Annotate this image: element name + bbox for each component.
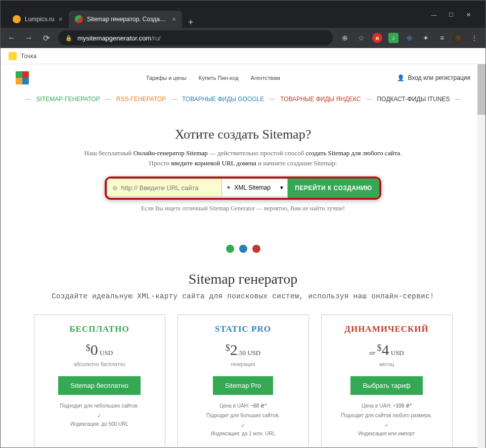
tab-bar: Lumpics.ru × Sitemap генератор. Создайте… [1, 8, 485, 28]
menu-icon[interactable]: ⋮ [469, 33, 479, 43]
plan-price: $2.50 USD [185, 341, 301, 359]
subnav-rss[interactable]: RSS-ГЕНЕРАТОР [116, 96, 166, 103]
subnav-sitemap[interactable]: SITEMAP-ГЕНЕРАТОР [36, 96, 100, 103]
plan-desc: Подходит для небольших сайтов. [41, 403, 158, 409]
plan-name: БЕСПЛАТНО [41, 324, 158, 334]
sub-nav: — SITEMAP-ГЕНЕРАТОР — RSS-ГЕНЕРАТОР — ТО… [1, 92, 485, 107]
tab-title: Lumpics.ru [25, 16, 55, 23]
close-tab-icon[interactable]: × [59, 15, 63, 23]
site-url-input[interactable]: ⊕ http:// Введите URL сайта [107, 178, 222, 197]
go-button[interactable]: ПЕРЕЙТИ К СОЗДАНИЮ [288, 178, 379, 198]
generator-subtitle: Создайте идеальную XML-карту сайта для п… [1, 292, 485, 300]
plan-note: генерация [185, 362, 301, 367]
carousel-dots [1, 245, 485, 253]
site-header: Тарифы и цены Купить Пин-код Агентствам … [1, 64, 485, 92]
plan-uah: Цена в UAH: ~68 ₴* [185, 403, 301, 409]
forward-button[interactable]: → [24, 33, 34, 42]
new-tab-button[interactable]: + [182, 17, 200, 28]
minimize-button[interactable]: ― [430, 11, 437, 18]
user-icon: 👤 [397, 74, 405, 81]
url-input-group: ⊕ http:// Введите URL сайта ✦ XML Sitema… [105, 176, 381, 200]
url-path: /ru/ [151, 34, 161, 42]
globe-icon: ⊕ [112, 184, 118, 192]
favicon-icon [13, 15, 21, 23]
plan-dynamic: ДИНАМИЧЕСКИЙ от $4 USD месяц Выбрать тар… [321, 315, 453, 448]
url-input[interactable]: 🔒 mysitemapgenerator.com/ru/ [58, 30, 333, 46]
plan-uah: Цена в UAH: ~109 ₴* [329, 403, 445, 409]
tab-lumpics[interactable]: Lumpics.ru × [7, 11, 69, 28]
check-icon: ✓ [329, 422, 445, 429]
extensions-icon[interactable]: ✦ [421, 33, 431, 43]
hero-subtitle-2: Просто введите корневой URL домена и нач… [11, 159, 475, 167]
back-button[interactable]: ← [7, 33, 17, 42]
plan-price: $0 USD [41, 341, 158, 359]
plan-price: от $4 USD [329, 341, 445, 359]
plan-name: STATIC PRO [185, 324, 301, 334]
chevron-down-icon: ▾ [280, 184, 283, 191]
plan-name: ДИНАМИЧЕСКИЙ [329, 324, 445, 334]
login-label: Вход или регистрация [408, 74, 470, 81]
star-icon[interactable]: ☆ [356, 33, 366, 43]
plan-desc: Подходит для сайтов любого размера. [329, 413, 445, 418]
hero-section: Хотите создать Sitemap? Наш бесплатный О… [1, 107, 485, 222]
close-window-button[interactable]: ✕ [465, 11, 472, 18]
address-bar: ← → ⟳ 🔒 mysitemapgenerator.com/ru/ ⊕ ☆ я… [1, 28, 485, 48]
check-icon: ✓ [185, 422, 301, 429]
dot-2[interactable] [239, 245, 247, 253]
login-link[interactable]: 👤 Вход или регистрация [397, 74, 470, 81]
dot-1[interactable] [226, 245, 234, 253]
generator-title: Sitemap генератор [1, 271, 485, 287]
plan-static: STATIC PRO $2.50 USD генерация Sitemap P… [178, 315, 309, 448]
sitemap-type-select[interactable]: ✦ XML Sitemap ▾ [222, 178, 288, 197]
dot-3[interactable] [252, 245, 260, 253]
hero-subtitle-1: Наш бесплатный Онлайн-генератор Sitemap … [11, 149, 475, 157]
favicon-icon [75, 15, 83, 23]
svg-rect-3 [22, 78, 29, 84]
search-icon[interactable]: ⊕ [340, 33, 350, 43]
nav-pin[interactable]: Купить Пин-код [199, 75, 239, 81]
bookmarks-bar: Точка [1, 48, 485, 64]
subnav-itunes[interactable]: ПОДКАСТ-ФИДЫ ITUNES [377, 96, 450, 103]
bookmark-item[interactable]: Точка [21, 53, 36, 60]
select-label: XML Sitemap [234, 184, 271, 191]
subnav-yandex[interactable]: ТОВАРНЫЕ ФИДЫ ЯНДЕКС [280, 96, 361, 103]
url-placeholder: http:// Введите URL сайта [121, 184, 198, 192]
plan-index: Индексация: до 500 URL [41, 421, 158, 427]
subnav-google[interactable]: ТОВАРНЫЕ ФИДЫ GOOGLE [182, 96, 264, 103]
puzzle-icon: ✦ [226, 184, 231, 191]
tab-title: Sitemap генератор. Создайте XI [87, 16, 168, 23]
maximize-button[interactable]: ☐ [448, 11, 455, 18]
extension-icon[interactable]: ♪ [388, 33, 399, 43]
pricing-plans: БЕСПЛАТНО $0 USD абсолютно бесплатно Sit… [1, 315, 485, 448]
plan-note: абсолютно бесплатно [41, 362, 158, 367]
plan-free: БЕСПЛАТНО $0 USD абсолютно бесплатно Sit… [34, 315, 165, 448]
nav-agencies[interactable]: Агентствам [251, 75, 280, 81]
reload-button[interactable]: ⟳ [41, 33, 51, 43]
plan-desc: Подходит для больших сайтов. [185, 413, 301, 418]
svg-rect-2 [16, 78, 22, 84]
check-icon: ✓ [41, 413, 158, 419]
plan-index: Индексация или импорт [329, 431, 445, 436]
site-logo[interactable] [16, 71, 29, 84]
hero-footer: Если Вы ищете отличный Sitemap Generator… [11, 205, 475, 212]
lock-icon: 🔒 [65, 35, 72, 41]
plan-index: Индексация: до 1 млн. URL [185, 431, 301, 436]
plan-note: месяц [329, 362, 445, 367]
svg-rect-0 [16, 71, 22, 78]
hero-title: Хотите создать Sitemap? [11, 127, 475, 142]
tab-sitemap[interactable]: Sitemap генератор. Создайте XI × [69, 11, 182, 28]
profile-avatar[interactable] [453, 33, 463, 43]
extension-icon[interactable]: я [372, 33, 382, 43]
extension-icon[interactable]: ⊕ [405, 33, 415, 43]
svg-rect-1 [22, 71, 29, 78]
main-nav: Тарифы и цены Купить Пин-код Агентствам [146, 75, 280, 81]
reading-list-icon[interactable]: ≡ [437, 33, 447, 43]
url-domain: mysitemapgenerator.com [77, 34, 151, 42]
plan-static-button[interactable]: Sitemap Pro [213, 376, 274, 395]
nav-pricing[interactable]: Тарифы и цены [146, 75, 187, 81]
close-tab-icon[interactable]: × [172, 15, 176, 23]
plan-dynamic-button[interactable]: Выбрать тариф [350, 376, 422, 395]
bookmark-folder-icon [9, 52, 17, 60]
window-titlebar [1, 1, 485, 8]
plan-free-button[interactable]: Sitemap бесплатно [58, 376, 140, 395]
